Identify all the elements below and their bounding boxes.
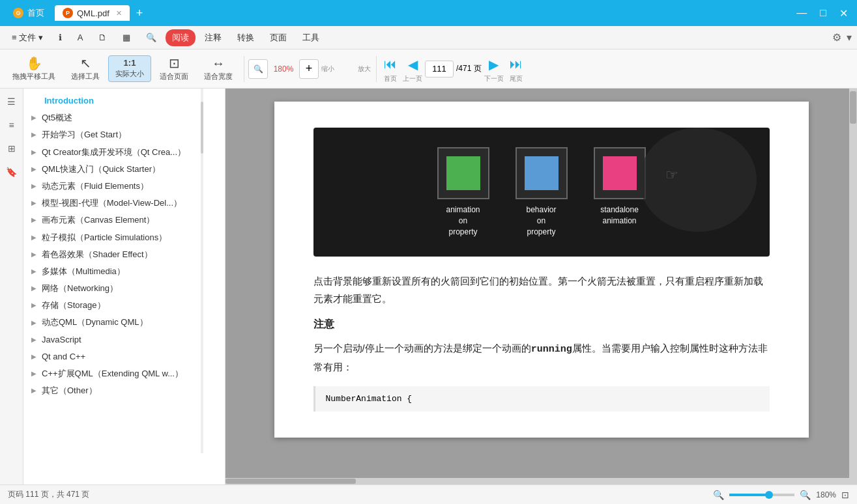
toc-item-shader[interactable]: ▶ 着色器效果（Shader Effect） xyxy=(23,246,225,263)
toc-item-particle[interactable]: ▶ 粒子模拟（Particle Simulations） xyxy=(23,229,225,246)
settings-icon[interactable]: ⚙ xyxy=(832,31,841,44)
last-page-label: 尾页 xyxy=(510,74,523,83)
actual-size-label: 实际大小 xyxy=(115,69,144,79)
toc-scroll[interactable]: Introduction ▶ Qt5概述 ▶ 开始学习（Get Start） ▶… xyxy=(23,89,225,484)
next-page-button[interactable]: ▶ xyxy=(484,55,504,74)
toc-item-other[interactable]: ▶ 其它（Other） xyxy=(23,382,225,399)
animation-box-pink xyxy=(594,147,646,199)
total-pages-label: /471 页 xyxy=(456,63,482,74)
toc-canvas-label: 画布元素（Canvas Element） xyxy=(42,214,154,226)
tools-menu[interactable]: 工具 xyxy=(296,29,326,46)
last-page-button[interactable]: ⏭ xyxy=(506,55,526,74)
minimize-button[interactable]: — xyxy=(792,6,811,20)
toc-item-intro[interactable]: Introduction xyxy=(23,92,225,109)
toc-qtcreator-label: Qt Creator集成开发环境（Qt Crea...） xyxy=(42,147,186,158)
zoom-in-label: 放大 xyxy=(358,64,371,74)
page-number-input[interactable] xyxy=(425,61,454,77)
particle-arrow: ▶ xyxy=(31,233,38,242)
pdf-hscrollbar-track[interactable] xyxy=(225,478,849,484)
toc-item-quickstart[interactable]: ▶ QML快速入门（Quick Starter） xyxy=(23,161,225,178)
home-tab[interactable]: ⊙ 首页 xyxy=(5,5,52,21)
file-menu[interactable]: ≡ 文件 ▾ xyxy=(5,29,50,46)
network-arrow: ▶ xyxy=(31,284,38,293)
toc-item-qtcreator[interactable]: ▶ Qt Creator集成开发环境（Qt Crea...） xyxy=(23,144,225,161)
read-menu[interactable]: 阅读 xyxy=(166,29,196,46)
zoom-out-button[interactable]: 🔍 xyxy=(248,59,268,79)
font-menu[interactable]: A xyxy=(71,30,90,45)
toc-item-javascript[interactable]: ▶ JavaScript xyxy=(23,331,225,348)
pdf-vscrollbar-thumb[interactable] xyxy=(850,91,856,124)
next-page-label: 下一页 xyxy=(484,74,504,83)
toc-intro-label: Introduction xyxy=(44,95,94,107)
toc-dynamicqml-label: 动态QML（Dynamic QML） xyxy=(42,316,148,328)
statusbar: 页码 111 页，共 471 页 🔍 🔍 180% ⊡ xyxy=(0,484,857,504)
select-icon: ↖ xyxy=(80,57,91,70)
page-view-menu[interactable]: 🗋 xyxy=(92,30,113,45)
pdf-vscrollbar-track[interactable] xyxy=(849,89,857,484)
fit-width-button[interactable]: ↔ 适合宽度 xyxy=(197,53,240,85)
toc-item-storage[interactable]: ▶ 存储（Storage） xyxy=(23,297,225,314)
prev-page-button[interactable]: ◀ xyxy=(403,55,422,74)
zoom-out-icon: 🔍 xyxy=(254,64,263,74)
running-keyword: running xyxy=(531,344,572,355)
modelview-arrow: ▶ xyxy=(31,199,38,208)
sidebar-list-icon[interactable]: ≡ xyxy=(3,116,21,134)
fluid-arrow: ▶ xyxy=(31,182,38,191)
toc-item-qt5[interactable]: ▶ Qt5概述 xyxy=(23,109,225,126)
zoom-in-status-icon[interactable]: 🔍 xyxy=(800,490,811,500)
statusbar-text: 页码 111 页，共 471 页 xyxy=(8,489,89,500)
toc-item-qtcpp[interactable]: ▶ Qt and C++ xyxy=(23,348,225,365)
toc-modelview-label: 模型-视图-代理（Model-View-Del...） xyxy=(42,197,182,209)
toc-item-extendqml[interactable]: ▶ C++扩展QML（Extending QML w...） xyxy=(23,365,225,382)
window-controls: — □ ✕ xyxy=(792,6,852,21)
select-tool-button[interactable]: ↖ 选择工具 xyxy=(64,53,107,85)
search-menu[interactable]: 🔍 xyxy=(139,30,163,45)
zoom-in-button[interactable]: + xyxy=(299,59,319,79)
zoom-slider-thumb[interactable] xyxy=(765,491,773,499)
sidebar-bookmark-icon[interactable]: 🔖 xyxy=(3,163,21,181)
grid-menu[interactable]: ▦ xyxy=(116,30,137,45)
new-tab-button[interactable]: + xyxy=(132,7,147,20)
toc-fluid-label: 动态元素（Fluid Elements） xyxy=(42,180,149,192)
animation-on-property-label: animationonproperty xyxy=(446,204,480,237)
javascript-arrow: ▶ xyxy=(31,335,38,344)
standalone-animation-item: standaloneanimation xyxy=(594,147,646,237)
toc-item-fluid[interactable]: ▶ 动态元素（Fluid Elements） xyxy=(23,178,225,195)
expand-icon[interactable]: ▾ xyxy=(847,31,852,44)
toc-item-modelview[interactable]: ▶ 模型-视图-代理（Model-View-Del...） xyxy=(23,195,225,212)
toc-item-canvas[interactable]: ▶ 画布元素（Canvas Element） xyxy=(23,212,225,229)
close-button[interactable]: ✕ xyxy=(835,6,852,21)
drag-tool-button[interactable]: ✋ 拖拽平移工具 xyxy=(5,53,63,85)
toc-panel: Introduction ▶ Qt5概述 ▶ 开始学习（Get Start） ▶… xyxy=(23,89,225,484)
paragraph-1-text: 点击背景能够重新设置所有的火箭回到它们的初始位置。第一个火箭无法被重置，只有重启… xyxy=(313,275,763,304)
pdf-hscrollbar-thumb[interactable] xyxy=(225,479,356,484)
comment-menu[interactable]: 注释 xyxy=(198,29,228,46)
pdf-area[interactable]: animationonproperty behavioronproperty s… xyxy=(225,89,857,484)
fit-width-label: 适合宽度 xyxy=(204,72,233,81)
pdf-tab[interactable]: P QML.pdf ✕ xyxy=(55,5,130,21)
info-menu[interactable]: ℹ xyxy=(52,30,68,45)
pdf-tab-close[interactable]: ✕ xyxy=(116,9,122,18)
zoom-out-label: 缩小 xyxy=(321,64,334,74)
actual-size-button[interactable]: 1:1 实际大小 xyxy=(108,55,151,82)
maximize-button[interactable]: □ xyxy=(816,6,830,20)
fit-window-icon[interactable]: ⊡ xyxy=(841,490,849,500)
blue-square xyxy=(525,156,559,190)
toolbar-separator-1 xyxy=(244,56,244,82)
toc-item-start[interactable]: ▶ 开始学习（Get Start） xyxy=(23,126,225,143)
sidebar-thumbnail-icon[interactable]: ⊞ xyxy=(3,139,21,158)
select-tool-label: 选择工具 xyxy=(71,72,100,81)
toc-item-multimedia[interactable]: ▶ 多媒体（Multimedia） xyxy=(23,263,225,280)
page-menu[interactable]: 页面 xyxy=(263,29,293,46)
zoom-slider-fill xyxy=(729,494,768,496)
nav-controls: ⏮ 首页 ◀ 上一页 /471 页 ▶ 下一页 ⏭ 尾页 xyxy=(381,55,526,83)
convert-menu[interactable]: 转换 xyxy=(231,29,261,46)
fit-page-button[interactable]: ⊡ 适合页面 xyxy=(153,53,196,85)
sidebar-menu-icon[interactable]: ☰ xyxy=(3,92,21,111)
toc-shader-label: 着色器效果（Shader Effect） xyxy=(42,249,153,260)
toc-item-dynamicqml[interactable]: ▶ 动态QML（Dynamic QML） xyxy=(23,314,225,331)
toc-item-network[interactable]: ▶ 网络（Networking） xyxy=(23,280,225,297)
zoom-out-status-icon[interactable]: 🔍 xyxy=(713,490,724,500)
first-page-button[interactable]: ⏮ xyxy=(381,55,400,74)
drag-tool-label: 拖拽平移工具 xyxy=(12,72,55,81)
